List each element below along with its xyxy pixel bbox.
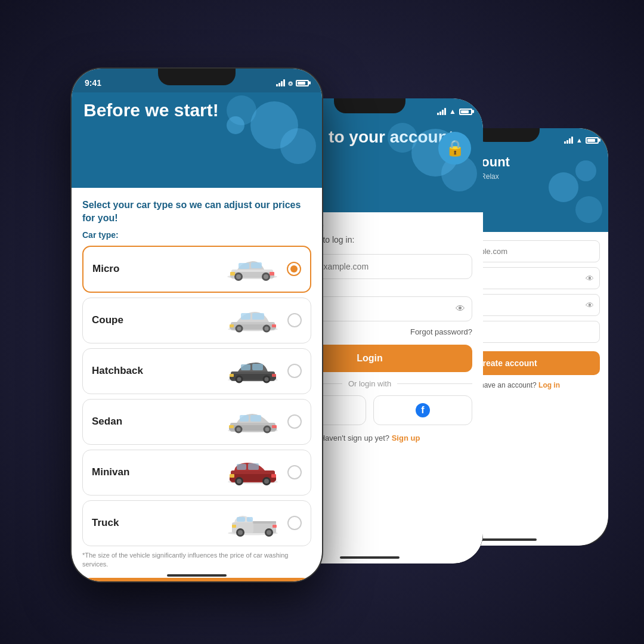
facebook-icon: f <box>416 403 430 417</box>
svg-point-37 <box>237 428 241 432</box>
coupe-car-svg <box>226 305 280 335</box>
phone-front: 9:41 ⌾ Befor <box>72 69 322 581</box>
notch-front <box>158 69 236 85</box>
car-image-micro <box>222 253 282 286</box>
svg-rect-41 <box>250 415 261 422</box>
notch-middle <box>334 98 405 113</box>
lock-icon: 🔒 <box>445 139 465 157</box>
wifi-icon-front: ⌾ <box>288 79 293 88</box>
signal-icon-front <box>276 79 285 86</box>
home-indicator-middle <box>340 556 400 559</box>
svg-point-48 <box>237 479 242 484</box>
svg-rect-29 <box>241 364 250 370</box>
car-option-micro[interactable]: Micro <box>82 246 311 293</box>
status-icons-middle: ▲ <box>437 107 472 116</box>
status-time-front: 9:41 <box>85 78 101 88</box>
svg-point-50 <box>264 479 269 484</box>
bubble-back-2 <box>575 160 596 181</box>
car-name-sedan: Sedan <box>92 416 223 428</box>
radio-coupe[interactable] <box>287 313 302 327</box>
svg-rect-52 <box>248 463 259 470</box>
sedan-car-svg <box>226 407 280 436</box>
car-image-minivan <box>223 456 283 489</box>
radio-sedan[interactable] <box>287 414 302 429</box>
radio-minivan[interactable] <box>287 465 302 479</box>
truck-car-svg <box>226 508 280 538</box>
svg-rect-21 <box>272 324 276 327</box>
svg-rect-63 <box>237 517 245 522</box>
subtitle-text: Select your car type so we can adjust ou… <box>82 199 311 225</box>
car-option-truck[interactable]: Truck <box>82 500 311 546</box>
home-indicator-front <box>167 574 227 577</box>
bubble-mid-2 <box>388 123 417 153</box>
svg-rect-53 <box>230 474 234 478</box>
wifi-icon-middle: ▲ <box>449 107 456 116</box>
svg-point-6 <box>264 274 268 279</box>
svg-rect-19 <box>252 313 264 320</box>
battery-icon-middle <box>459 109 472 115</box>
bubble-back-3 <box>575 196 602 223</box>
car-name-micro: Micro <box>92 263 222 275</box>
back-confirm-eye-icon[interactable]: 👁 <box>586 301 594 310</box>
disclaimer-text: *The size of the vehicle significantly i… <box>82 551 311 569</box>
svg-rect-51 <box>237 464 246 470</box>
hatchback-car-svg <box>226 356 280 386</box>
back-password-eye-icon[interactable]: 👁 <box>586 274 594 283</box>
car-option-coupe[interactable]: Coupe <box>82 298 311 343</box>
car-name-coupe: Coupe <box>92 314 223 326</box>
svg-point-15 <box>237 327 242 331</box>
car-option-sedan[interactable]: Sedan <box>82 399 311 445</box>
svg-point-60 <box>238 530 243 535</box>
or-login-text: Or login with <box>348 379 391 388</box>
front-header: Before we start! <box>72 92 322 188</box>
facebook-login-button[interactable]: f <box>373 395 472 425</box>
wifi-icon-back: ▲ <box>576 137 583 144</box>
car-option-minivan[interactable]: Minivan <box>82 450 311 496</box>
battery-icon-back <box>586 137 599 144</box>
home-indicator-back <box>477 538 537 541</box>
svg-rect-43 <box>272 425 277 428</box>
svg-point-26 <box>237 377 242 382</box>
minivan-car-svg <box>226 457 280 487</box>
battery-icon-front <box>296 80 309 86</box>
divider-right <box>397 383 472 384</box>
bubble-back-1 <box>549 172 578 202</box>
radio-hatchback[interactable] <box>287 364 302 378</box>
radio-micro[interactable] <box>287 262 301 276</box>
signin-link[interactable]: Log in <box>538 381 560 389</box>
svg-point-17 <box>265 327 269 331</box>
svg-rect-42 <box>229 425 234 428</box>
svg-rect-57 <box>251 521 276 524</box>
svg-rect-32 <box>272 374 276 377</box>
car-image-sedan <box>223 405 283 438</box>
status-icons-back: ▲ <box>564 137 599 144</box>
car-image-truck <box>223 507 283 540</box>
signup-link[interactable]: Sign up <box>392 434 420 442</box>
svg-rect-8 <box>251 262 262 268</box>
lock-badge: 🔒 <box>438 132 471 165</box>
svg-rect-65 <box>232 525 236 528</box>
svg-point-62 <box>267 530 271 535</box>
front-body: Select your car type so we can adjust ou… <box>72 188 322 581</box>
signup-prompt: Haven't sign up yet? <box>320 434 389 442</box>
car-name-hatchback: Hatchback <box>92 365 223 377</box>
svg-rect-31 <box>230 374 234 377</box>
phones-container: 9:41 ▲ Create account <box>54 39 590 605</box>
svg-point-4 <box>236 274 241 279</box>
eye-icon[interactable]: 👁 <box>456 304 465 314</box>
svg-rect-7 <box>239 263 249 269</box>
forgot-password-link[interactable]: Forgot password? <box>410 327 472 336</box>
status-icons-front: ⌾ <box>276 79 309 88</box>
radio-truck[interactable] <box>287 516 302 530</box>
save-button[interactable]: Save <box>82 578 311 581</box>
car-option-hatchback[interactable]: Hatchback <box>82 348 311 394</box>
svg-rect-18 <box>241 313 250 320</box>
front-screen: 9:41 ⌾ Befor <box>72 69 322 581</box>
signal-icon-middle <box>437 108 446 115</box>
svg-rect-30 <box>252 364 263 370</box>
svg-rect-20 <box>230 324 234 327</box>
car-name-truck: Truck <box>92 517 223 529</box>
bubble-front-3 <box>280 128 316 164</box>
svg-rect-64 <box>247 517 253 522</box>
car-image-coupe <box>223 304 283 337</box>
